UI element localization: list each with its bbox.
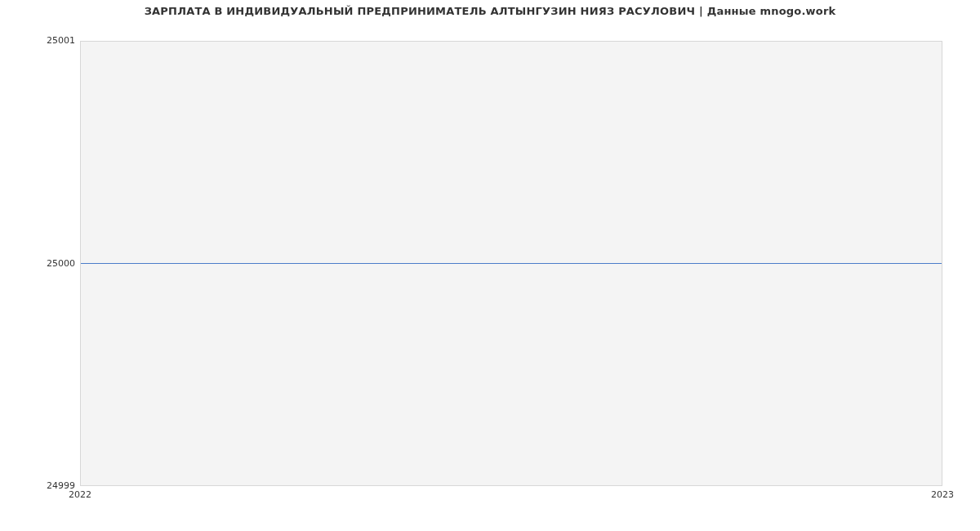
x-tick-right: 2023 [931,490,954,500]
plot-area [80,41,942,486]
salary-line-chart: ЗАРПЛАТА В ИНДИВИДУАЛЬНЫЙ ПРЕДПРИНИМАТЕЛ… [0,0,980,531]
x-tick-left: 2022 [69,490,91,500]
y-tick-bottom: 24999 [2,481,75,491]
chart-title: ЗАРПЛАТА В ИНДИВИДУАЛЬНЫЙ ПРЕДПРИНИМАТЕЛ… [0,5,980,17]
y-tick-mid: 25000 [2,259,75,269]
y-tick-top: 25001 [2,36,75,46]
series-line-salary [81,263,942,264]
